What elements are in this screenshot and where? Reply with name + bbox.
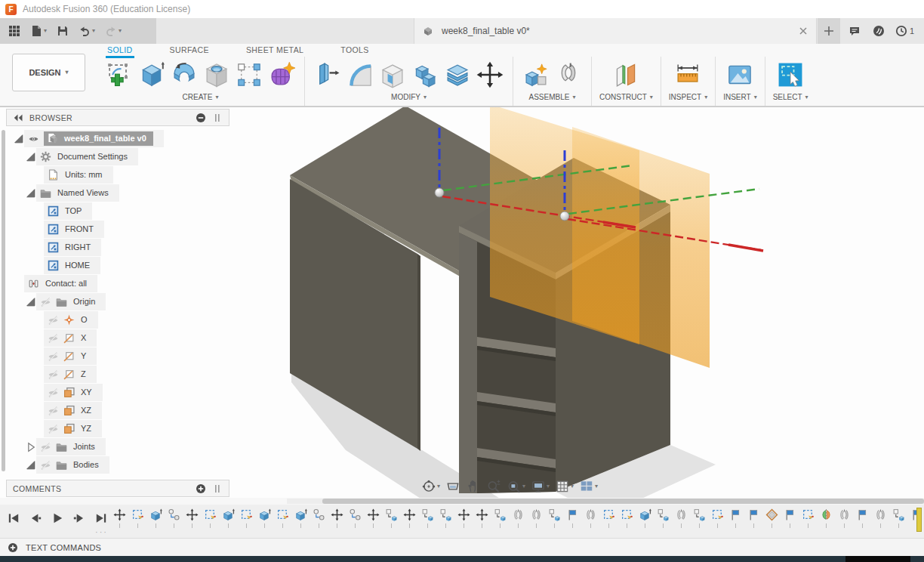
eye-off-icon[interactable] [48,369,59,380]
notifications-button[interactable]: 1 [895,18,914,44]
eye-off-icon[interactable] [48,387,59,398]
comments-header[interactable]: COMMENTS [6,480,229,497]
move-copy-button[interactable] [475,58,505,91]
timeline-feature-plane-flag[interactable] [781,508,799,528]
measure-button[interactable] [673,58,703,91]
browser-header[interactable]: BROWSER [6,109,229,126]
select-tool-button[interactable] [775,58,805,91]
ribbon-tab-surface[interactable]: SURFACE [168,44,211,56]
timeline-feature-sketch[interactable] [708,508,726,528]
timeline-feature-component-copy[interactable] [889,508,907,528]
group-label-modify[interactable]: MODIFY▾ [391,92,427,101]
undo-button[interactable]: ▾ [76,23,97,39]
timeline-feature-move[interactable] [454,508,473,528]
grid-and-snaps-button[interactable]: ▾ [553,477,575,496]
timeline-feature-mirror[interactable] [817,508,835,528]
timeline-feature-joint[interactable] [509,508,527,528]
step-back-button[interactable] [28,511,43,525]
timeline-feature-component-copy[interactable] [418,508,436,528]
go-to-beginning-button[interactable] [6,511,21,525]
timeline-feature-sketch[interactable] [237,508,255,528]
eye-off-icon[interactable] [40,296,51,307]
timeline-feature-joint[interactable] [672,508,690,528]
add-comment-icon[interactable] [196,483,206,494]
browser-node-z[interactable]: Z [0,365,164,383]
timeline-feature-move[interactable] [400,508,418,528]
timeline-feature-sketch[interactable] [618,508,636,528]
canvas-insert-button[interactable] [725,58,755,91]
panel-grip-icon[interactable] [212,483,223,494]
timeline-feature-move[interactable] [328,508,346,528]
browser-node-week8-final-table-v0[interactable]: week8_final_table v0 [0,129,164,147]
joint-origin-1[interactable] [435,188,444,197]
comments-button[interactable] [849,18,861,44]
eye-off-icon[interactable] [48,332,59,344]
browser-node-named-views[interactable]: Named Views [0,184,164,202]
joint-button[interactable] [553,58,584,91]
timeline-feature-move[interactable] [110,508,128,528]
browser-node-front[interactable]: FRONT [0,220,164,238]
timeline-feature-extrude[interactable] [219,508,237,528]
timeline-feature-plane-flag[interactable] [853,508,871,528]
browser-node-xz[interactable]: XZ [0,401,164,419]
browser-node-o[interactable]: O [0,310,164,329]
group-label-create[interactable]: CREATE▾ [183,92,219,101]
browser-node-joints[interactable]: Joints [0,437,164,455]
expand-open-icon[interactable] [24,296,36,307]
save-button[interactable] [54,23,71,39]
orbit-button[interactable]: ▾ [420,477,442,496]
eye-off-icon[interactable] [48,405,59,416]
browser-node-yz[interactable]: YZ [0,419,164,437]
group-label-select[interactable]: SELECT▾ [773,92,808,101]
file-menu-button[interactable]: ▾ [28,23,49,39]
timeline-feature-extrude[interactable] [255,508,273,528]
timeline-feature-sketch[interactable] [273,508,291,528]
expand-closed-icon[interactable] [24,441,36,452]
offset-plane-button[interactable] [611,58,641,91]
ribbon-tab-tools[interactable]: TOOLS [339,44,370,56]
go-to-end-button[interactable] [94,511,109,525]
eye-off-icon[interactable] [48,350,59,362]
expand-text-commands-icon[interactable] [8,542,18,553]
joint-origin-2[interactable] [560,212,569,221]
timeline-feature-joint[interactable] [835,508,853,528]
expand-open-icon[interactable] [24,151,36,162]
browser-node-xy[interactable]: XY [0,383,164,401]
play-button[interactable] [50,511,65,525]
timeline-feature-extrude[interactable] [291,508,310,528]
timeline-feature-component-copy[interactable] [382,508,400,528]
timeline-feature-joint[interactable] [871,508,889,528]
job-status-button[interactable] [873,18,885,44]
timeline-feature-construction-plane[interactable] [762,508,781,528]
timeline-feature-plane-flag[interactable] [744,508,762,528]
split-body-button[interactable] [442,58,473,91]
hole-button[interactable] [202,58,232,91]
workspace-selector[interactable]: DESIGN ▾ [12,54,85,91]
timeline-feature-move[interactable] [364,508,382,528]
expand-open-icon[interactable] [24,459,36,471]
browser-node-home[interactable]: HOME [0,256,164,274]
fillet-button[interactable] [345,58,375,91]
viewports-button[interactable]: ▾ [578,477,599,496]
timeline-feature-component[interactable] [346,508,364,528]
look-at-button[interactable] [444,477,462,496]
timeline-feature-move[interactable] [183,508,201,528]
timeline-feature-component-copy[interactable] [436,508,454,528]
rectangular-pattern-button[interactable] [234,58,264,91]
browser-node-bodies[interactable]: Bodies [0,455,164,474]
timeline-feature-extrude[interactable] [636,508,654,528]
document-tab[interactable]: week8_final_table v0* [414,18,817,44]
timeline-feature-sketch[interactable] [201,508,219,528]
timeline-feature-sketch[interactable] [599,508,618,528]
pan-button[interactable] [464,477,482,496]
group-label-inspect[interactable]: INSPECT▾ [669,92,707,101]
timeline-feature-joint[interactable] [581,508,599,528]
extrude-button[interactable] [137,58,167,91]
browser-node-document-settings[interactable]: Document Settings [0,147,164,165]
eye-off-icon[interactable] [48,314,59,326]
eye-off-icon[interactable] [48,423,59,434]
shell-button[interactable] [377,58,408,91]
group-label-insert[interactable]: INSERT▾ [723,92,757,101]
press-pull-button[interactable] [313,58,343,91]
fit-button[interactable]: ▾ [505,477,527,496]
